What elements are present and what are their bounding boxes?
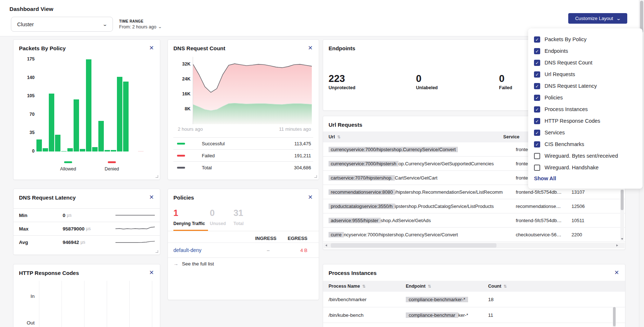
time-range[interactable]: TIME RANGE From: 2 hours ago ⌄ bbox=[119, 19, 162, 29]
show-all-link[interactable]: Show All bbox=[534, 176, 637, 181]
resize-handle[interactable] bbox=[156, 250, 158, 253]
customize-layout-menu: ✓Packets By Policy✓Endpoints✓DNS Request… bbox=[528, 28, 643, 189]
checkbox-checked-icon[interactable]: ✓ bbox=[534, 95, 540, 101]
page-scrollbar-thumb[interactable] bbox=[640, 1, 643, 33]
menu-item-label: DNS Request Latency bbox=[545, 83, 597, 89]
sort-icon: ⇅ bbox=[428, 284, 431, 288]
close-icon[interactable]: ✕ bbox=[148, 194, 155, 201]
url-table-row[interactable]: productcatalogservice:3550/hipstershop.P… bbox=[323, 199, 625, 213]
checkbox-checked-icon[interactable]: ✓ bbox=[534, 36, 540, 43]
menu-item-dns-request-count[interactable]: ✓DNS Request Count bbox=[534, 57, 637, 68]
http-row-label-out: Out bbox=[16, 320, 35, 326]
checkbox-checked-icon[interactable]: ✓ bbox=[534, 130, 540, 136]
count-cell: 11 bbox=[488, 312, 493, 318]
url-highlight: currencyservice:7000/hipstershop.Currenc… bbox=[329, 147, 458, 152]
y-tick-label: 175 bbox=[20, 56, 35, 62]
checkbox-checked-icon[interactable]: ✓ bbox=[534, 106, 540, 113]
http-row-label-in: In bbox=[16, 293, 35, 299]
process-vertical-scrollbar[interactable] bbox=[613, 307, 616, 327]
menu-item-policies[interactable]: ✓Policies bbox=[534, 92, 637, 103]
checkbox-checked-icon[interactable]: ✓ bbox=[534, 118, 540, 124]
sort-icon: ⇅ bbox=[337, 135, 340, 139]
resize-handle[interactable] bbox=[314, 175, 317, 178]
tab-label: Total bbox=[233, 221, 244, 226]
checkbox-checked-icon[interactable]: ✓ bbox=[534, 83, 540, 89]
card-packets-by-policy: Packets By Policy ✕ 03570105140175 Allow… bbox=[13, 39, 160, 180]
card-dns-request-latency: DNS Request Latency ✕ Min0µsMax95879000µ… bbox=[13, 189, 160, 255]
menu-item-label: HTTP Response Codes bbox=[545, 118, 600, 124]
url-table-row[interactable]: currencyservice:7000/hipstershop.Currenc… bbox=[323, 228, 625, 242]
legend-label: Failed bbox=[202, 153, 215, 158]
menu-item-packets-by-policy[interactable]: ✓Packets By Policy bbox=[534, 34, 637, 45]
see-full-list-link[interactable]: → See the full list bbox=[173, 261, 214, 267]
url-text: ncyservice:7000/hipstershop.CurrencyServ… bbox=[344, 232, 458, 237]
checkbox-checked-icon[interactable]: ✓ bbox=[534, 141, 540, 147]
policy-ingress-value: – bbox=[267, 248, 270, 253]
url-highlight: adservice:9555/hipster bbox=[329, 218, 381, 223]
process-name-cell: /bin/benchmarker bbox=[329, 297, 406, 302]
policy-tab-unused[interactable]: 0Unused bbox=[210, 208, 226, 226]
close-icon[interactable]: ✕ bbox=[148, 269, 155, 276]
checkbox-unchecked-icon[interactable] bbox=[534, 165, 540, 171]
hscroll-thumb[interactable] bbox=[331, 243, 496, 248]
bar-allowed bbox=[123, 82, 129, 151]
process-table-row[interactable]: /bin/kube-benchcompliance-benchmarker-*1… bbox=[323, 307, 625, 323]
column-header-count[interactable]: Count⇅ bbox=[488, 284, 507, 289]
menu-item-wireguard-handshake[interactable]: Wireguard. Handshake bbox=[534, 162, 637, 173]
scroll-left-arrow-icon[interactable] bbox=[325, 244, 327, 247]
scroll-right-arrow-icon[interactable] bbox=[616, 244, 618, 247]
endpoint-text: ker-* bbox=[458, 312, 468, 318]
url-text: shop.AdService/GetAds bbox=[381, 218, 431, 223]
scroll-down-arrow-icon[interactable] bbox=[621, 238, 623, 240]
view-selector-value: Cluster bbox=[17, 21, 34, 27]
legend-item-denied: Denied bbox=[97, 158, 126, 172]
url-cell: recommendationservice:8080/hipstershop.R… bbox=[329, 189, 511, 195]
bar-allowed bbox=[67, 148, 73, 151]
card-title: Url Requests bbox=[329, 122, 362, 128]
close-icon[interactable]: ✕ bbox=[613, 269, 620, 276]
policy-name-link[interactable]: default-deny bbox=[173, 247, 201, 253]
url-horizontal-scrollbar[interactable] bbox=[323, 243, 625, 248]
menu-item-services[interactable]: ✓Services bbox=[534, 127, 637, 138]
menu-item-endpoints[interactable]: ✓Endpoints bbox=[534, 45, 637, 57]
checkbox-checked-icon[interactable]: ✓ bbox=[534, 48, 540, 54]
pbp-bar-chart bbox=[36, 59, 154, 151]
latency-value: 0 bbox=[63, 213, 66, 218]
checkbox-checked-icon[interactable]: ✓ bbox=[534, 71, 540, 78]
close-icon[interactable]: ✕ bbox=[307, 45, 314, 51]
view-selector[interactable]: Cluster ⌄ bbox=[11, 17, 113, 32]
menu-item-dns-request-latency[interactable]: ✓DNS Request Latency bbox=[534, 80, 637, 92]
policy-egress-value: 4 B bbox=[300, 248, 307, 253]
card-process-instances: Process Instances ✕ Process Name⇅ Endpoi… bbox=[323, 264, 625, 327]
menu-item-cis-benchmarks[interactable]: ✓CIS Benchmarks bbox=[534, 138, 637, 150]
process-table-row[interactable]: benchmarkercompliance-benchmarker-*9 bbox=[323, 323, 625, 327]
url-vertical-scrollbar[interactable] bbox=[620, 190, 624, 241]
y-tick-label: 24K bbox=[176, 76, 191, 82]
menu-item-url-requests[interactable]: ✓Url Requests bbox=[534, 68, 637, 80]
url-table-row[interactable]: adservice:9555/hipstershop.AdService/Get… bbox=[323, 213, 625, 228]
service-cell: recommendationse… bbox=[516, 204, 565, 209]
close-icon[interactable]: ✕ bbox=[307, 194, 314, 201]
policy-tab-total[interactable]: 31Total bbox=[233, 208, 244, 226]
resize-handle[interactable] bbox=[156, 175, 158, 178]
y-tick-label: 32K bbox=[176, 62, 191, 67]
close-icon[interactable]: ✕ bbox=[148, 45, 155, 51]
menu-item-process-instances[interactable]: ✓Process Instances bbox=[534, 103, 637, 115]
page-title: Dashboard View bbox=[9, 6, 53, 12]
latency-row-max: Max95879000µs bbox=[13, 222, 160, 235]
checkbox-unchecked-icon[interactable] bbox=[534, 153, 540, 159]
column-header-process-name[interactable]: Process Name⇅ bbox=[329, 284, 406, 289]
column-header-service[interactable]: Service bbox=[503, 134, 519, 139]
menu-item-label: DNS Request Count bbox=[545, 60, 592, 66]
process-table-row[interactable]: /bin/benchmarkercompliance-benchmarker-*… bbox=[323, 292, 625, 307]
latency-value: 946942 bbox=[63, 240, 79, 245]
menu-item-label: Services bbox=[545, 130, 565, 135]
menu-item-wireguard-bytes-sent-received[interactable]: Wireguard. Bytes sent/received bbox=[534, 150, 637, 162]
column-header-endpoint[interactable]: Endpoint⇅ bbox=[406, 284, 488, 289]
column-header-url[interactable]: Url⇅ bbox=[329, 134, 341, 139]
customize-layout-button[interactable]: Customize Layout ⌄ bbox=[568, 13, 627, 24]
policy-tab-denying-traffic[interactable]: 1Denying Traffic bbox=[173, 208, 205, 226]
legend-row-total: Total304,686 bbox=[173, 161, 313, 173]
checkbox-checked-icon[interactable]: ✓ bbox=[534, 60, 540, 66]
menu-item-http-response-codes[interactable]: ✓HTTP Response Codes bbox=[534, 115, 637, 127]
